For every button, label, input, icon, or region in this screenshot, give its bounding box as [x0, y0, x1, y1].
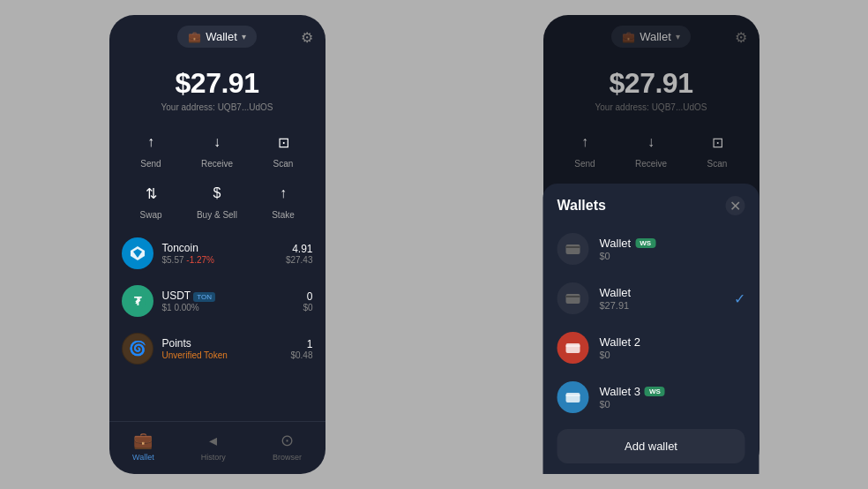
- receive-button[interactable]: ↓ Receive: [194, 128, 240, 169]
- swap-label: Swap: [139, 210, 161, 220]
- right-scan-button: ⊡ Scan: [694, 128, 740, 169]
- points-subtitle: Unverified Token: [162, 350, 291, 360]
- left-header: 💼 Wallet ▾ ⚙: [109, 15, 326, 58]
- wallet-button-label: Wallet: [206, 30, 237, 43]
- wallet-3-info: Wallet 2 $0: [600, 335, 745, 360]
- left-panel: 💼 Wallet ▾ ⚙ $27.91 Your address: UQB7..…: [0, 0, 434, 489]
- right-actions-1: ↑ Send ↓ Receive ⊡ Scan: [543, 124, 760, 176]
- wallet-4-name: Wallet 3 WS: [600, 385, 745, 398]
- toncoin-name: Toncoin: [162, 242, 286, 254]
- right-receive-label: Receive: [635, 159, 667, 169]
- svg-rect-9: [566, 246, 580, 248]
- wallet-2-check-icon: ✓: [734, 290, 745, 307]
- bottom-nav: 💼 Wallet ◂ History ⊙ Browser: [109, 421, 326, 474]
- toncoin-price: $5.57 -1.27%: [162, 255, 286, 265]
- send-icon: ↑: [137, 128, 165, 156]
- chevron-down-icon: ▾: [242, 32, 246, 41]
- wallets-modal: Wallets ✕ Wallet WS $0 Wallet: [543, 184, 760, 474]
- scan-label: Scan: [273, 159, 294, 169]
- stake-button[interactable]: ↑ Stake: [260, 179, 306, 220]
- right-header: 💼 Wallet ▾ ⚙: [543, 15, 760, 58]
- token-item-toncoin[interactable]: Toncoin $5.57 -1.27% 4.91 $27.43: [116, 230, 318, 276]
- stake-icon: ↑: [269, 179, 297, 207]
- wallet-option-2[interactable]: Wallet $27.91 ✓: [543, 274, 760, 323]
- nav-browser-label: Browser: [273, 453, 302, 462]
- wallet-address: Your address: UQB7...UdOS: [109, 102, 326, 112]
- points-logo: 🌀: [122, 333, 153, 365]
- add-wallet-button[interactable]: Add wallet: [557, 429, 745, 463]
- token-item-usdt[interactable]: ₮ USDT TON $1 0.00% 0 $0: [116, 278, 318, 324]
- left-phone: 💼 Wallet ▾ ⚙ $27.91 Your address: UQB7..…: [109, 15, 326, 474]
- svg-text:₮: ₮: [134, 295, 142, 308]
- balance-section: $27.91 Your address: UQB7...UdOS: [109, 58, 326, 124]
- wallet-selector-button[interactable]: 💼 Wallet ▾: [177, 26, 257, 48]
- svg-rect-13: [566, 345, 580, 347]
- right-chevron-icon: ▾: [676, 32, 680, 41]
- wallet-1-balance: $0: [600, 251, 745, 261]
- right-scan-label: Scan: [707, 159, 728, 169]
- right-send-button: ↑ Send: [562, 128, 608, 169]
- swap-button[interactable]: ⇅ Swap: [128, 179, 174, 220]
- wallets-modal-header: Wallets ✕: [543, 184, 760, 224]
- scan-button[interactable]: ⊡ Scan: [260, 128, 306, 169]
- buy-sell-button[interactable]: $ Buy & Sell: [194, 179, 240, 220]
- settings-button[interactable]: ⚙: [301, 28, 313, 45]
- send-label: Send: [140, 159, 161, 169]
- nav-wallet[interactable]: 💼 Wallet: [132, 431, 154, 462]
- token-list: Toncoin $5.57 -1.27% 4.91 $27.43 ₮: [109, 227, 326, 421]
- receive-label: Receive: [201, 159, 233, 169]
- balance-amount: $27.91: [109, 67, 326, 100]
- right-scan-icon: ⊡: [703, 128, 731, 156]
- svg-rect-11: [566, 296, 580, 297]
- right-wallet-icon: 💼: [622, 31, 635, 43]
- usdt-price: $1 0.00%: [162, 303, 303, 312]
- swap-icon: ⇅: [137, 179, 165, 207]
- stake-label: Stake: [272, 210, 295, 220]
- wallet-option-1[interactable]: Wallet WS $0: [543, 224, 760, 274]
- wallet-4-badge: WS: [645, 387, 665, 396]
- svg-rect-14: [566, 393, 580, 402]
- right-send-icon: ↑: [571, 128, 599, 156]
- usdt-usd: $0: [303, 303, 312, 312]
- points-amount: 1 $0.48: [290, 338, 312, 360]
- actions-row-2: ⇅ Swap $ Buy & Sell ↑ Stake: [109, 176, 326, 227]
- toncoin-qty: 4.91: [286, 243, 313, 255]
- right-balance: $27.91 Your address: UQB7...UdOS: [543, 58, 760, 124]
- right-address: Your address: UQB7...UdOS: [543, 102, 760, 112]
- nav-browser[interactable]: ⊙ Browser: [273, 431, 302, 462]
- wallet-4-info: Wallet 3 WS $0: [600, 385, 745, 410]
- wallets-modal-title: Wallets: [557, 198, 606, 214]
- wallet-2-icon: [557, 282, 589, 314]
- nav-history[interactable]: ◂ History: [201, 431, 226, 462]
- points-usd: $0.48: [290, 350, 312, 360]
- token-item-points[interactable]: 🌀 Points Unverified Token 1 $0.48: [116, 326, 318, 372]
- svg-rect-10: [566, 294, 580, 304]
- usdt-logo: ₮: [122, 285, 153, 317]
- buy-sell-icon: $: [203, 179, 231, 207]
- send-button[interactable]: ↑ Send: [128, 128, 174, 169]
- points-qty: 1: [290, 338, 312, 350]
- toncoin-amount: 4.91 $27.43: [286, 243, 313, 265]
- wallet-2-name: Wallet: [600, 286, 734, 299]
- wallets-close-button[interactable]: ✕: [726, 196, 745, 215]
- wallet-4-balance: $0: [600, 399, 745, 410]
- wallet-option-3[interactable]: Wallet 2 $0: [543, 323, 760, 372]
- svg-rect-8: [566, 244, 580, 254]
- wallet-1-icon: [557, 233, 589, 265]
- wallet-option-4[interactable]: Wallet 3 WS $0: [543, 372, 760, 422]
- right-send-label: Send: [574, 159, 595, 169]
- wallet-1-info: Wallet WS $0: [600, 237, 745, 261]
- scan-icon: ⊡: [269, 128, 297, 156]
- usdt-info: USDT TON $1 0.00%: [162, 290, 303, 312]
- browser-nav-icon: ⊙: [281, 431, 294, 450]
- wallet-nav-icon: 💼: [133, 431, 153, 450]
- svg-text:🌀: 🌀: [129, 340, 146, 357]
- toncoin-logo: [122, 237, 153, 269]
- history-nav-icon: ◂: [209, 431, 217, 450]
- usdt-name: USDT TON: [162, 290, 303, 302]
- wallet-2-balance: $27.91: [600, 300, 734, 311]
- wallet-3-icon: [557, 332, 589, 364]
- svg-rect-12: [566, 343, 580, 353]
- toncoin-info: Toncoin $5.57 -1.27%: [162, 242, 286, 265]
- actions-row-1: ↑ Send ↓ Receive ⊡ Scan: [109, 124, 326, 176]
